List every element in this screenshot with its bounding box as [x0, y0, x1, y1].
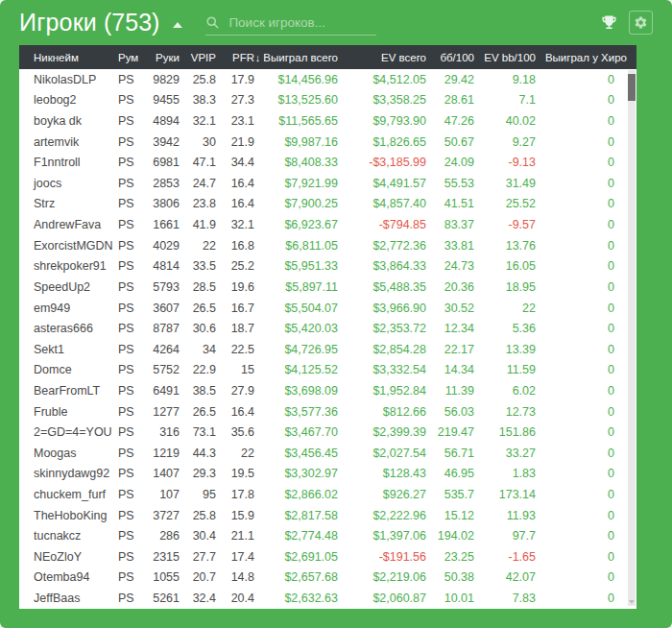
cell-won_vs_hero: 0 [536, 425, 636, 439]
cell-pfr: 25.2 [216, 259, 254, 273]
settings-button[interactable] [629, 11, 653, 35]
column-header-won_total[interactable]: ↓Выиграл всего [254, 52, 338, 63]
trophy-icon[interactable] [598, 12, 619, 34]
table-row[interactable]: boyka dkPS489432.123.1$11,565.65$9,793.9… [19, 110, 636, 132]
cell-won_total: $14,456.96 [254, 73, 338, 86]
cell-bb100: 46.95 [426, 467, 474, 480]
column-header-hands[interactable]: Руки [141, 52, 180, 63]
cell-ev_bb100: 33.27 [474, 447, 536, 460]
cell-vpip: 30.6 [180, 322, 216, 335]
cell-vpip: 22.9 [180, 363, 216, 376]
table-row[interactable]: joocsPS285324.716.4$7,921.99$4,491.5755.… [19, 173, 636, 194]
cell-vpip: 25.8 [180, 73, 216, 86]
cell-won_vs_hero: 0 [536, 384, 636, 398]
cell-won_vs_hero: 0 [536, 93, 636, 107]
cell-pfr: 22.5 [216, 343, 254, 356]
cell-bb100: 12.34 [426, 322, 474, 335]
column-header-won_vs_hero[interactable]: Выиграл у Хиро [536, 52, 636, 63]
column-header-ev_total[interactable]: EV всего [338, 52, 426, 63]
cell-room: PS [118, 363, 141, 376]
table-row[interactable]: NEoZloYPS231527.717.4$2,691.05-$191.5623… [19, 546, 636, 568]
table-row[interactable]: BearFromLTPS649138.527.9$3,698.09$1,952.… [19, 380, 636, 401]
column-header-label: Выиграл всего [263, 52, 338, 63]
cell-won_vs_hero: 0 [536, 570, 636, 584]
cell-bb100: 41.51 [426, 197, 474, 210]
table-row[interactable]: ExorcistMGDNPS40292216.8$6,811.05$2,772.… [19, 235, 636, 256]
column-header-pfr[interactable]: PFR [216, 52, 254, 63]
cell-won_vs_hero: 0 [536, 218, 636, 231]
table-row[interactable]: Otemba94PS105520.714.8$2,657.68$2,219.06… [19, 568, 636, 589]
cell-hands: 1219 [141, 447, 180, 460]
vertical-scrollbar[interactable] [628, 70, 636, 606]
cell-won_total: $8,408.33 [254, 156, 338, 169]
table-row[interactable]: SpeedUp2PS579328.519.6$5,897.11$5,488.35… [19, 277, 636, 298]
cell-won_total: $11,565.65 [254, 114, 338, 128]
cell-won_total: $7,921.99 [254, 177, 338, 190]
cell-won_vs_hero: 0 [536, 343, 636, 356]
cell-vpip: 30 [180, 135, 216, 149]
cell-ev_bb100: 97.7 [474, 529, 536, 543]
cell-nickname: asteras666 [19, 322, 118, 335]
table-row[interactable]: StrzPS380623.816.4$7,900.25$4,857.4041.5… [19, 194, 636, 215]
cell-pfr: 16.4 [216, 177, 254, 190]
table-row[interactable]: Sekt1PS42643422.5$4,726.95$2,854.2822.17… [19, 339, 636, 360]
cell-nickname: JeffBaas [19, 592, 118, 605]
cell-won_total: $9,987.16 [254, 135, 338, 149]
players-window: Игроки (753) Никнейм [0, 0, 672, 628]
column-header-ev_bb100[interactable]: EV bb/100 [474, 52, 536, 63]
cell-hands: 4814 [141, 259, 180, 273]
table-row[interactable]: chuckem_furfPS1079517.8$2,866.02$926.275… [19, 484, 636, 505]
scrollbar-thumb[interactable] [628, 74, 636, 101]
cell-room: PS [118, 405, 141, 419]
cell-pfr: 32.1 [216, 218, 254, 231]
cell-vpip: 30.4 [180, 529, 216, 543]
cell-ev_total: $812.66 [338, 405, 426, 419]
table-row[interactable]: tucnakczPS28630.421.1$2,774.48$1,397.061… [19, 525, 636, 546]
table-row[interactable]: shrekpoker91PS481433.525.2$5,951.33$3,86… [19, 255, 636, 277]
table-row[interactable]: F1nntrollPS698147.134.4$8,408.33-$3,185.… [19, 152, 636, 173]
column-header-bb100[interactable]: бб/100 [426, 52, 474, 63]
cell-pfr: 23.1 [216, 114, 254, 128]
cell-nickname: Otemba94 [19, 570, 118, 584]
cell-won_vs_hero: 0 [536, 156, 636, 169]
cell-ev_total: $1,397.06 [338, 529, 426, 543]
cell-nickname: SpeedUp2 [19, 280, 118, 294]
table-row[interactable]: NikolasDLPPS982925.817.9$14,456.96$4,512… [19, 69, 636, 90]
cell-vpip: 25.8 [180, 509, 216, 522]
cell-won_vs_hero: 0 [536, 405, 636, 419]
cell-bb100: 10.01 [426, 592, 474, 605]
cell-hands: 9829 [141, 73, 180, 86]
table-row[interactable]: JeffBaasPS526132.420.4$2,632.63$2,060.87… [19, 588, 636, 609]
column-header-nickname[interactable]: Никнейм [19, 52, 118, 63]
cell-nickname: 2=GD=4=YOU [19, 425, 118, 439]
column-header-room[interactable]: Рум [118, 52, 141, 63]
caret-up-icon[interactable] [173, 22, 182, 28]
players-count: (753) [104, 9, 159, 36]
search-input[interactable] [228, 15, 365, 30]
table-body: NikolasDLPPS982925.817.9$14,456.96$4,512… [19, 69, 636, 609]
search-box[interactable] [205, 15, 376, 36]
cell-won_vs_hero: 0 [536, 447, 636, 460]
table-row[interactable]: DomcePS575222.915$4,125.52$3,332.5414.34… [19, 360, 636, 381]
table-row[interactable]: 2=GD=4=YOUPS31673.135.6$3,467.70$2,399.3… [19, 422, 636, 443]
table-row[interactable]: MoogasPS121944.322$3,456.45$2,027.5456.7… [19, 443, 636, 464]
cell-hands: 2315 [141, 550, 180, 564]
cell-ev_bb100: -9.57 [474, 218, 536, 231]
table-row[interactable]: em949PS360726.516.7$5,504.07$3,966.9030.… [19, 298, 636, 319]
table-row[interactable]: skinnydawg92PS140729.319.5$3,302.97$128.… [19, 464, 636, 485]
table-row[interactable]: artemvikPS39423021.9$9,987.16$1,826.6550… [19, 132, 636, 153]
table-row[interactable]: AndrewFavaPS166141.932.1$6,923.67-$794.8… [19, 214, 636, 235]
cell-hands: 1661 [141, 218, 180, 231]
column-header-vpip[interactable]: VPIP [180, 52, 216, 63]
table-row[interactable]: asteras666PS878730.618.7$5,420.03$2,353.… [19, 318, 636, 339]
scroll-down-icon[interactable] [629, 600, 635, 604]
cell-vpip: 32.4 [180, 592, 216, 605]
cell-room: PS [118, 197, 141, 210]
table-row[interactable]: leobog2PS945538.327.3$13,525.60$3,358.25… [19, 90, 636, 111]
table-row[interactable]: TheHoboKingPS372725.815.9$2,817.58$2,222… [19, 505, 636, 526]
cell-bb100: 20.36 [426, 280, 474, 294]
cell-won_total: $2,866.02 [254, 488, 338, 501]
cell-bb100: 11.39 [426, 384, 474, 398]
table-row[interactable]: FrublePS127726.516.4$3,577.36$812.6656.0… [19, 401, 636, 423]
cell-pfr: 15.9 [216, 509, 254, 522]
